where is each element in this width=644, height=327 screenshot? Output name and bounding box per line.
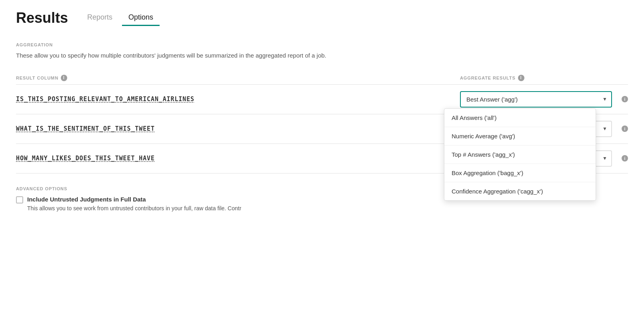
dropdown-item-agg_x[interactable]: Top # Answers ('agg_x') bbox=[444, 146, 596, 164]
row3-info-icon[interactable]: i bbox=[622, 155, 628, 162]
tab-options[interactable]: Options bbox=[122, 10, 160, 26]
result-column-header: RESULT COLUMN i bbox=[16, 75, 460, 81]
aggregation-section: AGGREGATION These allow you to specify h… bbox=[16, 42, 628, 173]
row3-label-col: how_many_likes_does_this_tweet_have bbox=[16, 155, 460, 162]
row1-select-wrapper: Best Answer ('agg') ▼ All Answers ('all'… bbox=[460, 91, 612, 108]
tab-navigation: Reports Options bbox=[81, 10, 160, 26]
aggregation-section-label: AGGREGATION bbox=[16, 42, 628, 47]
untrusted-judgments-text: Include Untrusted Judgments in Full Data… bbox=[27, 196, 241, 213]
page-title: Results bbox=[16, 10, 68, 26]
aggregate-results-info-icon[interactable]: i bbox=[518, 75, 524, 81]
row2-column-name: what_is_the_sentiment_of_this_tweet bbox=[16, 125, 460, 132]
table-header-row: RESULT COLUMN i AGGREGATE RESULTS i bbox=[16, 72, 628, 85]
dropdown-item-avg[interactable]: Numeric Average ('avg') bbox=[444, 127, 596, 146]
row3-column-name: how_many_likes_does_this_tweet_have bbox=[16, 155, 460, 162]
row1-label-col: is_this_posting_relevant_to_american_air… bbox=[16, 96, 460, 103]
aggregate-dropdown: All Answers ('all') Numeric Average ('av… bbox=[444, 108, 596, 201]
row2-info-icon[interactable]: i bbox=[622, 126, 628, 132]
aggregation-description: These allow you to specify how multiple … bbox=[16, 51, 628, 60]
row2-label-col: what_is_the_sentiment_of_this_tweet bbox=[16, 125, 460, 132]
untrusted-judgments-description: This allows you to see work from untrust… bbox=[27, 204, 241, 213]
row1-column-name: is_this_posting_relevant_to_american_air… bbox=[16, 96, 460, 103]
aggregate-results-label: AGGREGATE RESULTS bbox=[460, 76, 516, 80]
dropdown-item-all[interactable]: All Answers ('all') bbox=[444, 109, 596, 127]
tab-reports[interactable]: Reports bbox=[81, 10, 119, 26]
untrusted-judgments-label: Include Untrusted Judgments in Full Data bbox=[27, 196, 241, 203]
result-column-info-icon[interactable]: i bbox=[61, 75, 67, 81]
row1-aggregate-select[interactable]: Best Answer ('agg') bbox=[460, 91, 612, 108]
untrusted-judgments-checkbox[interactable] bbox=[16, 196, 23, 203]
dropdown-item-cagg_x[interactable]: Confidence Aggregation ('cagg_x') bbox=[444, 182, 596, 200]
aggregate-results-header: AGGREGATE RESULTS i bbox=[460, 75, 612, 81]
page-header: Results Reports Options bbox=[16, 10, 628, 26]
table-row: is_this_posting_relevant_to_american_air… bbox=[16, 85, 628, 114]
dropdown-item-bagg_x[interactable]: Box Aggregation ('bagg_x') bbox=[444, 164, 596, 182]
row1-info-icon[interactable]: i bbox=[622, 96, 628, 102]
result-column-label: RESULT COLUMN bbox=[16, 76, 58, 80]
